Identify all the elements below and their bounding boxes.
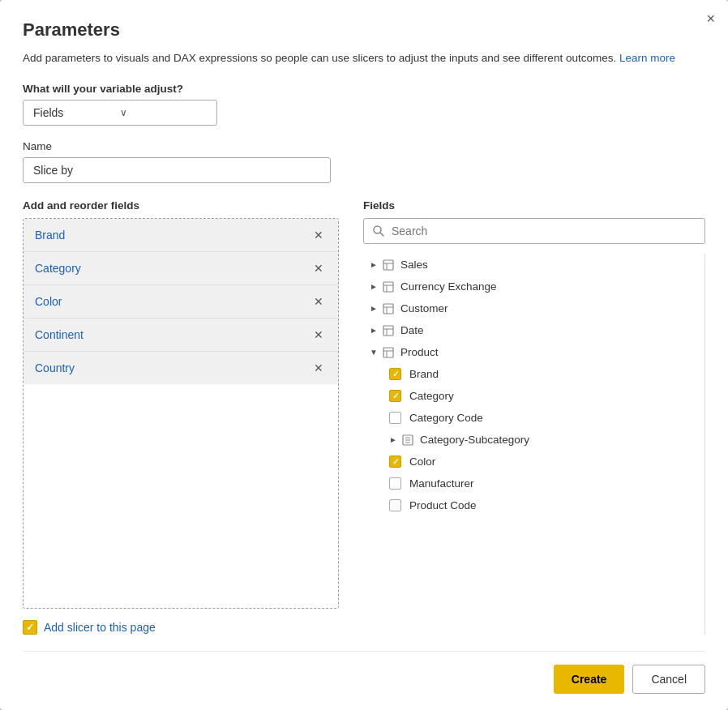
field-name: Country [35, 361, 75, 374]
chevron-right-icon: ► [370, 304, 378, 313]
add-slicer-row: Add slicer to this page [23, 620, 339, 635]
chevron-right-icon: ► [370, 260, 378, 269]
tree-item[interactable]: ► Currency Exchange [363, 276, 704, 297]
svg-rect-14 [383, 348, 393, 357]
svg-rect-11 [383, 326, 393, 336]
list-item[interactable]: Brand✕ [24, 219, 338, 252]
tree-item-label: Category Code [409, 412, 483, 424]
remove-field-button[interactable]: ✕ [310, 293, 327, 310]
tree-item[interactable]: Manufacturer [363, 473, 704, 494]
tree-item[interactable]: Color [363, 451, 704, 473]
name-input[interactable] [23, 157, 331, 183]
table-icon [383, 281, 394, 293]
table-icon [383, 259, 394, 271]
tree-item-label: Date [400, 324, 424, 336]
fields-panel-label: Fields [363, 199, 705, 212]
field-name: Color [35, 295, 62, 308]
tree-item-label: Color [409, 456, 435, 468]
cancel-button[interactable]: Cancel [632, 665, 705, 694]
field-checkbox[interactable] [389, 499, 401, 511]
tree-item-label: Manufacturer [409, 477, 474, 490]
tree-item-label: Currency Exchange [400, 280, 497, 293]
svg-point-0 [374, 226, 381, 233]
table-icon [383, 347, 394, 358]
table-icon [383, 303, 394, 314]
remove-field-button[interactable]: ✕ [310, 227, 327, 243]
close-button[interactable]: × [706, 11, 715, 26]
field-name: Continent [35, 328, 84, 341]
svg-rect-5 [383, 282, 393, 292]
tree-item[interactable]: Brand [363, 363, 704, 385]
chevron-right-icon: ► [370, 326, 378, 335]
remove-field-button[interactable]: ✕ [310, 360, 327, 376]
field-name: Category [35, 262, 81, 275]
tree-item-label: Category [409, 390, 454, 402]
tree-item[interactable]: ► Date [363, 319, 704, 341]
remove-field-button[interactable]: ✕ [310, 327, 327, 343]
chevron-down-icon: ▼ [370, 348, 378, 357]
list-item[interactable]: Continent✕ [24, 319, 338, 352]
name-label: Name [23, 140, 705, 152]
add-slicer-checkbox[interactable] [23, 620, 37, 635]
field-checkbox[interactable] [389, 477, 401, 490]
hierarchy-icon [402, 434, 413, 446]
dialog-footer: Create Cancel [23, 651, 705, 694]
list-item[interactable]: Country✕ [24, 352, 338, 384]
tree-item[interactable]: ► Sales [363, 254, 704, 276]
variable-label: What will your variable adjust? [23, 83, 705, 95]
tree-item[interactable]: ► Customer [363, 297, 704, 319]
tree-item-label: Category-Subcategory [420, 434, 529, 446]
field-checkbox[interactable] [389, 412, 401, 424]
remove-field-button[interactable]: ✕ [310, 260, 327, 276]
tree-item[interactable]: Category [363, 385, 704, 407]
chevron-right-icon: ► [389, 435, 397, 444]
search-box [363, 218, 705, 244]
svg-rect-2 [383, 260, 393, 270]
field-checkbox[interactable] [389, 390, 401, 402]
search-icon [372, 225, 385, 237]
chevron-right-icon: ► [370, 282, 378, 291]
field-name: Brand [35, 229, 65, 242]
dialog-title: Parameters [23, 19, 705, 41]
create-button[interactable]: Create [554, 665, 625, 694]
svg-rect-8 [383, 304, 393, 314]
field-checkbox[interactable] [389, 368, 401, 380]
tree-item[interactable]: ▼ Product [363, 341, 704, 363]
tree-item[interactable]: ► Category-Subcategory [363, 429, 704, 451]
list-item[interactable]: Color✕ [24, 285, 338, 319]
svg-line-1 [380, 233, 384, 237]
tree-item-label: Product [400, 346, 439, 358]
field-checkbox[interactable] [389, 456, 401, 468]
tree-item-label: Sales [400, 259, 428, 271]
tree-item-label: Customer [400, 302, 448, 314]
variable-dropdown[interactable]: Fields ∨ [23, 100, 217, 126]
parameters-dialog: × Parameters Add parameters to visuals a… [0, 0, 728, 710]
tree-item-label: Brand [409, 368, 439, 380]
chevron-down-icon: ∨ [120, 107, 207, 118]
table-icon [383, 325, 394, 336]
search-input[interactable] [392, 225, 696, 237]
tree-item[interactable]: Product Code [363, 494, 704, 516]
learn-more-link[interactable]: Learn more [619, 52, 675, 64]
fields-tree: ► Sales► Currency Exchange► Customer► Da… [363, 254, 705, 635]
fields-list: Brand✕Category✕Color✕Continent✕Country✕ [23, 218, 339, 609]
list-item[interactable]: Category✕ [24, 252, 338, 285]
variable-value: Fields [33, 106, 120, 119]
add-slicer-label: Add slicer to this page [44, 621, 156, 634]
dialog-description: Add parameters to visuals and DAX expres… [23, 50, 687, 66]
description-text: Add parameters to visuals and DAX expres… [23, 52, 616, 64]
add-reorder-label: Add and reorder fields [23, 199, 339, 212]
tree-item[interactable]: Category Code [363, 407, 704, 429]
tree-item-label: Product Code [409, 499, 477, 511]
